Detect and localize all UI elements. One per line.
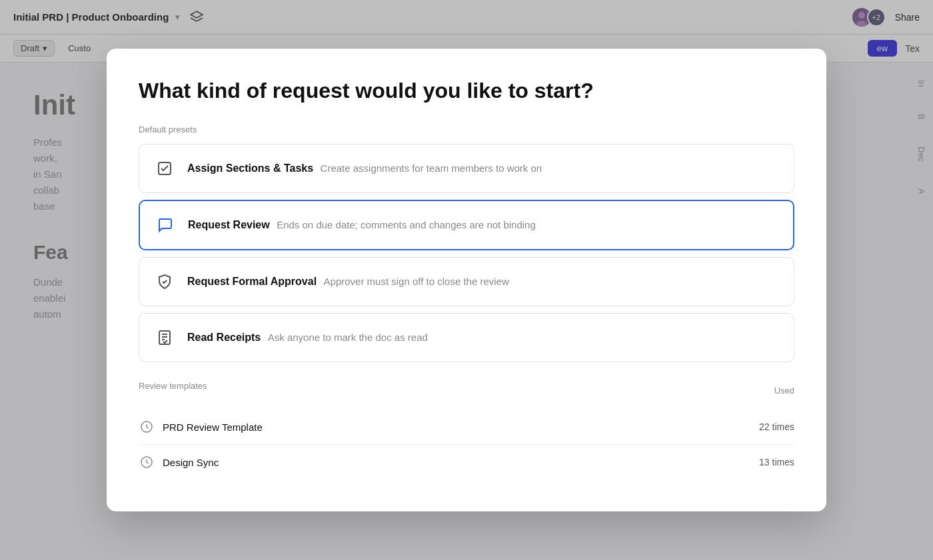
review-option-name: Request Review (188, 219, 270, 230)
review-option-desc: Ends on due date; comments and changes a… (277, 219, 536, 230)
template-row[interactable]: Design Sync 13 times (139, 445, 794, 479)
receipts-option[interactable]: Read Receipts Ask anyone to mark the doc… (139, 313, 794, 362)
chat-icon (153, 213, 177, 237)
shield-check-icon (153, 270, 177, 294)
template-used-2: 13 times (759, 457, 794, 467)
template-row[interactable]: PRD Review Template 22 times (139, 410, 794, 445)
request-type-modal: What kind of request would you like to s… (107, 49, 826, 511)
assign-option[interactable]: Assign Sections & Tasks Create assignmen… (139, 144, 794, 193)
used-label: Used (774, 386, 794, 396)
approval-option-name: Request Formal Approval (187, 276, 317, 287)
template-name-2: Design Sync (163, 457, 219, 468)
default-presets-label: Default presets (139, 125, 794, 135)
template-icon (139, 419, 155, 435)
templates-section: Review templates Used PRD Review Templat… (139, 381, 794, 479)
assign-option-desc: Create assignments for team members to w… (321, 162, 542, 174)
review-option[interactable]: Request Review Ends on due date; comment… (139, 200, 794, 250)
template-left: PRD Review Template (139, 419, 263, 435)
checkbox-icon (153, 156, 177, 180)
approval-option[interactable]: Request Formal Approval Approver must si… (139, 257, 794, 306)
template-name-1: PRD Review Template (163, 421, 263, 433)
svg-line-14 (147, 462, 149, 463)
receipts-option-name: Read Receipts (187, 332, 261, 343)
svg-line-11 (147, 427, 149, 428)
assign-option-name: Assign Sections & Tasks (187, 162, 313, 174)
template-left: Design Sync (139, 454, 219, 470)
receipt-icon (153, 326, 177, 350)
approval-option-desc: Approver must sign off to close the revi… (324, 276, 509, 287)
templates-label: Review templates (139, 381, 207, 391)
modal-title: What kind of request would you like to s… (139, 78, 794, 103)
receipts-option-desc: Ask anyone to mark the doc as read (268, 332, 428, 343)
modal-overlay[interactable]: What kind of request would you like to s… (0, 0, 933, 560)
template-used-1: 22 times (759, 421, 794, 432)
templates-header: Review templates Used (139, 381, 794, 400)
template-icon-2 (139, 454, 155, 470)
